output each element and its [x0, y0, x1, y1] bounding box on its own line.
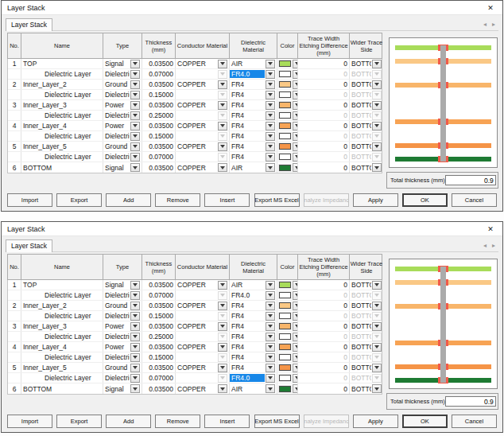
color-swatch[interactable] [279, 302, 291, 309]
color-picker[interactable] [277, 342, 298, 352]
dielectric-material-select[interactable]: FR4 [230, 301, 277, 310]
layer-type-select[interactable]: Signal [103, 162, 142, 173]
color-picker[interactable] [277, 100, 298, 110]
dielectric-material-select[interactable]: AIR [230, 59, 277, 68]
dielectric-material-select[interactable]: FR4 [230, 111, 277, 120]
color-swatch[interactable] [279, 323, 291, 329]
thickness-cell[interactable]: 0.03500 [142, 301, 176, 310]
color-picker[interactable] [277, 311, 298, 321]
dielectric-material-select[interactable]: FR4 [230, 342, 277, 352]
insert-button[interactable]: Insert [204, 415, 250, 428]
layer-type-select[interactable]: Ground [103, 363, 142, 372]
layer-name-cell[interactable]: BOTTOM [21, 383, 103, 394]
dropdown-arrow-button[interactable] [130, 91, 140, 99]
wider-trace-side-select[interactable]: BOTTOM [350, 383, 383, 394]
dropdown-arrow-button[interactable] [266, 291, 275, 300]
dropdown-arrow-button[interactable] [293, 364, 298, 372]
dropdown-arrow-button[interactable] [130, 364, 140, 372]
layer-type-select[interactable]: Power [103, 321, 142, 331]
dropdown-arrow-button[interactable] [218, 384, 227, 393]
conductor-material-select[interactable]: COPPER [176, 363, 230, 372]
dropdown-arrow-button[interactable] [266, 60, 275, 68]
dielectric-material-select[interactable]: FR4 [230, 332, 277, 341]
layer-name-cell[interactable]: Inner_Layer_5 [21, 142, 103, 151]
dropdown-arrow-button[interactable] [130, 142, 140, 151]
color-swatch[interactable] [279, 60, 291, 67]
import-button[interactable]: Import [7, 193, 52, 207]
dropdown-arrow-button[interactable] [266, 91, 275, 99]
apply-button[interactable]: Apply [353, 193, 398, 207]
dropdown-arrow-button[interactable] [293, 132, 298, 141]
conductor-material-select[interactable] [176, 152, 230, 162]
dropdown-arrow-button[interactable] [293, 302, 298, 310]
layer-type-select[interactable]: Signal [103, 59, 142, 68]
dielectric-material-select[interactable]: FR4 [230, 142, 277, 151]
trace-width-cell[interactable]: 0 [298, 342, 350, 352]
conductor-material-select[interactable]: COPPER [176, 342, 230, 352]
dielectric-material-select[interactable]: FR4 [230, 121, 277, 130]
color-swatch[interactable] [279, 154, 291, 160]
conductor-material-select[interactable] [176, 131, 230, 141]
dropdown-arrow-button[interactable] [372, 122, 382, 130]
conductor-material-select[interactable]: COPPER [176, 121, 230, 130]
trace-width-cell[interactable]: 0 [298, 363, 350, 372]
color-swatch[interactable] [279, 143, 291, 150]
close-icon[interactable]: ✕ [479, 1, 502, 14]
color-swatch[interactable] [279, 333, 291, 340]
dropdown-arrow-button[interactable] [266, 122, 275, 130]
dielectric-material-select[interactable]: FR4 [230, 321, 277, 331]
layer-name-cell[interactable]: Inner_Layer_3 [21, 321, 103, 331]
add-button[interactable]: Add [106, 193, 151, 207]
dropdown-arrow-button[interactable] [293, 101, 298, 110]
layer-type-select[interactable]: Dielectric [103, 290, 142, 300]
thickness-cell[interactable]: 0.07000 [142, 373, 176, 383]
thickness-cell[interactable]: 0.03500 [142, 321, 176, 331]
wider-trace-side-select[interactable]: BOTTOM [350, 301, 383, 310]
wider-trace-side-select[interactable]: BOTTOM [350, 59, 383, 68]
dropdown-arrow-button[interactable] [266, 353, 275, 362]
conductor-material-select[interactable]: COPPER [176, 142, 230, 151]
trace-width-cell[interactable]: 0 [298, 59, 350, 68]
thickness-cell[interactable]: 0.15000 [142, 311, 176, 321]
dropdown-arrow-button[interactable] [130, 60, 140, 68]
layer-type-select[interactable]: Dielectric [103, 69, 142, 79]
thickness-cell[interactable]: 0.03500 [142, 383, 176, 394]
dropdown-arrow-button[interactable] [293, 70, 298, 79]
dropdown-arrow-button[interactable] [130, 153, 140, 162]
dropdown-arrow-button[interactable] [130, 343, 140, 352]
dropdown-arrow-button[interactable] [130, 101, 140, 110]
layer-name-cell[interactable]: Dielectric Layer [21, 90, 103, 99]
dropdown-arrow-button[interactable] [372, 60, 382, 68]
color-swatch[interactable] [279, 133, 291, 139]
wider-trace-side-select[interactable]: BOTTOM [350, 321, 383, 331]
export-ms-excel-button[interactable]: Export MS Excel [254, 193, 300, 207]
layer-name-cell[interactable]: BOTTOM [21, 162, 103, 173]
dielectric-material-select[interactable]: AIR [230, 162, 277, 173]
color-swatch[interactable] [279, 292, 291, 298]
dropdown-arrow-button[interactable] [218, 302, 227, 310]
color-picker[interactable] [277, 131, 298, 141]
add-button[interactable]: Add [106, 415, 151, 428]
color-picker[interactable] [277, 301, 298, 310]
dropdown-arrow-button[interactable] [372, 142, 382, 151]
dropdown-arrow-button[interactable] [266, 374, 275, 383]
dropdown-arrow-button[interactable] [266, 281, 275, 290]
color-picker[interactable] [277, 373, 298, 383]
color-swatch[interactable] [279, 282, 291, 288]
dropdown-arrow-button[interactable] [372, 302, 382, 310]
remove-button[interactable]: Remove [155, 193, 200, 207]
trace-width-cell[interactable]: 0 [298, 80, 350, 89]
color-picker[interactable] [277, 90, 298, 99]
dropdown-arrow-button[interactable] [266, 153, 275, 162]
dielectric-material-select[interactable]: FR4 [230, 100, 277, 110]
remove-button[interactable]: Remove [155, 415, 200, 428]
dielectric-material-select[interactable]: FR4.0 [230, 290, 277, 300]
thickness-cell[interactable]: 0.03500 [142, 162, 176, 173]
dropdown-arrow-button[interactable] [266, 163, 275, 172]
dropdown-arrow-button[interactable] [266, 302, 275, 310]
dropdown-arrow-button[interactable] [372, 163, 382, 172]
insert-button[interactable]: Insert [204, 193, 250, 207]
dropdown-arrow-button[interactable] [372, 281, 382, 290]
dropdown-arrow-button[interactable] [218, 163, 227, 172]
color-picker[interactable] [277, 363, 298, 372]
